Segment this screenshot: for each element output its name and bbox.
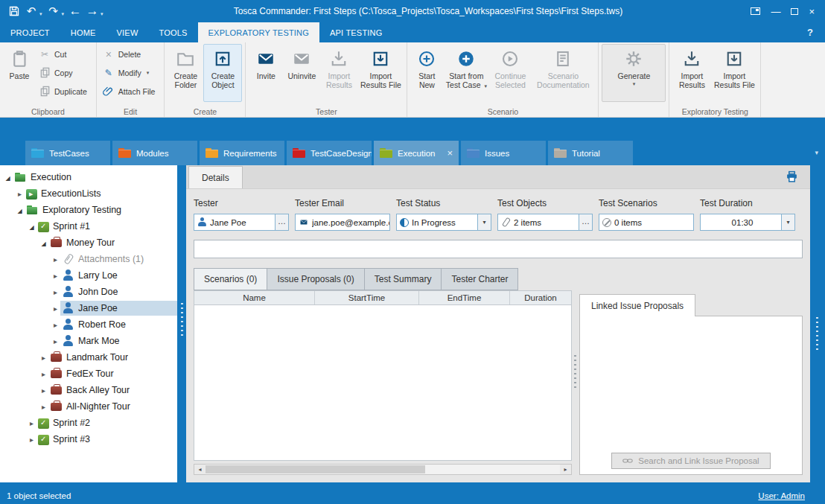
workspace-tab[interactable]: Modules ×	[112, 141, 197, 165]
tree-item[interactable]: Robert Roe	[0, 316, 177, 333]
tree-item[interactable]: Sprint #1	[0, 218, 177, 235]
test-scenarios-input[interactable]: 0 items	[599, 214, 694, 231]
tree-expander-icon[interactable]	[15, 188, 25, 199]
tree-item[interactable]: Sprint #3	[0, 431, 177, 447]
test-objects-input[interactable]: 2 items	[497, 214, 593, 231]
tester-email-input[interactable]: jane.poe@example.com	[295, 214, 390, 231]
print-icon[interactable]	[786, 170, 798, 185]
start-new-button[interactable]: Start New	[410, 44, 443, 102]
duplicate-button[interactable]: Duplicate	[36, 82, 93, 101]
test-duration-select[interactable]: 01:30	[700, 214, 795, 231]
back-icon[interactable]: ←	[67, 2, 83, 20]
column-header[interactable]: StartTime	[315, 291, 419, 304]
save-icon[interactable]	[6, 2, 22, 20]
history-dropdown-icon[interactable]: ▾	[101, 11, 103, 17]
tree-item[interactable]: FedEx Tour	[0, 366, 177, 382]
tree-item[interactable]: Money Tour	[0, 235, 177, 251]
tree-expander-icon[interactable]	[27, 221, 36, 232]
create-folder-button[interactable]: Create Folder	[168, 44, 203, 102]
cut-button[interactable]: ✂Cut	[36, 45, 93, 63]
ribbon-tab[interactable]: VIEW	[106, 22, 149, 42]
tree-expander-icon[interactable]	[51, 287, 60, 297]
test-duration-dropdown-button[interactable]	[781, 214, 794, 230]
tree-details-splitter[interactable]	[177, 165, 186, 482]
user-admin-link[interactable]: User: Admin	[758, 491, 818, 500]
tree-expander-icon[interactable]	[39, 385, 48, 395]
ribbon-tab[interactable]: API TESTING	[319, 22, 392, 42]
undo-icon[interactable]: ↶	[23, 2, 39, 20]
tree-item[interactable]: Mark Moe	[0, 333, 177, 349]
workspace-tab[interactable]: TestCases ×	[25, 141, 110, 165]
generate-button[interactable]: Generate ▾	[602, 44, 666, 102]
close-tab-icon[interactable]: ×	[447, 147, 453, 159]
splitter-grip-icon[interactable]	[816, 317, 818, 351]
tree-item[interactable]: Attachments (1)	[0, 251, 177, 267]
forward-icon[interactable]: →	[84, 2, 101, 20]
panes-splitter[interactable]	[572, 268, 579, 475]
undo-dropdown-icon[interactable]: ▾	[39, 11, 42, 17]
import-results-button[interactable]: Import Results	[320, 44, 357, 102]
start-from-test-case-button[interactable]: Start from Test Case ▾	[443, 44, 489, 102]
scroll-left-icon[interactable]: ◂	[194, 465, 206, 474]
minimize-icon[interactable]: —	[771, 6, 780, 17]
continue-selected-button[interactable]: Continue Selected	[489, 44, 531, 102]
tree-item[interactable]: ExecutionLists	[0, 185, 177, 202]
uninvite-button[interactable]: Uninvite	[283, 44, 320, 102]
redo-dropdown-icon[interactable]: ▾	[62, 11, 65, 17]
scenarios-subtab[interactable]: Tester Charter	[441, 268, 518, 290]
test-status-select[interactable]: In Progress	[396, 214, 491, 231]
scenarios-subtab[interactable]: Issue Proposals (0)	[267, 268, 363, 290]
scenarios-table-body[interactable]	[194, 305, 572, 461]
tree-expander-icon[interactable]	[27, 434, 36, 444]
tree-item[interactable]: Landmark Tour	[0, 349, 177, 366]
horizontal-scrollbar[interactable]: ◂ ▸	[194, 464, 572, 475]
et-import-results-file-button[interactable]: Import Results File	[711, 44, 757, 102]
help-button[interactable]: ?	[795, 22, 825, 42]
workspace-tab[interactable]: Requirements ×	[200, 141, 284, 165]
column-header[interactable]: Name	[194, 291, 315, 304]
import-results-file-button[interactable]: Import Results File	[357, 44, 404, 102]
copy-button[interactable]: Copy	[36, 63, 93, 82]
test-objects-browse-button[interactable]	[579, 214, 592, 230]
ribbon-tab[interactable]: EXPLORATORY TESTING	[198, 22, 319, 42]
tree-item[interactable]: All-Nighter Tour	[0, 398, 177, 415]
tree-expander-icon[interactable]	[51, 254, 60, 264]
maximize-icon[interactable]	[791, 8, 798, 15]
scenario-documentation-button[interactable]: Scenario Documentation	[531, 44, 595, 102]
redo-icon[interactable]: ↷	[45, 2, 62, 20]
invite-button[interactable]: Invite	[249, 44, 283, 102]
tree-expander-icon[interactable]	[51, 319, 60, 330]
column-header[interactable]: EndTime	[419, 291, 510, 304]
ribbon-tab[interactable]: HOME	[60, 22, 106, 42]
tree-item[interactable]: Back Alley Tour	[0, 382, 177, 398]
scenarios-subtab[interactable]: Scenarios (0)	[194, 268, 267, 290]
tree-item[interactable]: Sprint #2	[0, 415, 177, 431]
tree-expander-icon[interactable]	[15, 205, 25, 215]
tree-expander-icon[interactable]	[27, 418, 36, 428]
workspace-tab[interactable]: TestCaseDesign ×	[287, 141, 372, 165]
workspace-tab[interactable]: Tutorial ×	[548, 141, 633, 165]
tree-expander-icon[interactable]	[3, 172, 13, 182]
tree-item[interactable]: Exploratory Testing	[0, 202, 177, 218]
search-and-link-issue-proposal-button[interactable]: Search and Link Issue Proposal	[611, 453, 770, 469]
tree-item[interactable]: Jane Poe	[0, 300, 177, 316]
ribbon-tab[interactable]: PROJECT	[0, 22, 60, 42]
tree-expander-icon[interactable]	[39, 401, 48, 412]
scrollbar-thumb[interactable]	[206, 465, 425, 473]
ribbon-tab[interactable]: TOOLS	[148, 22, 197, 42]
test-status-dropdown-button[interactable]	[477, 214, 491, 230]
dock-window-icon[interactable]	[751, 7, 760, 15]
scrollbar-track[interactable]	[206, 465, 560, 474]
tree-expander-icon[interactable]	[39, 369, 48, 379]
tree-expander-icon[interactable]	[51, 303, 60, 313]
tree-item[interactable]: Execution	[0, 169, 177, 185]
tree-expander-icon[interactable]	[51, 336, 60, 346]
workspace-tab[interactable]: Execution ×	[374, 141, 459, 165]
tester-browse-button[interactable]	[275, 214, 288, 230]
scroll-right-icon[interactable]: ▸	[560, 465, 571, 474]
tab-list-dropdown-icon[interactable]: ▾	[815, 149, 818, 156]
tab-linked-issue-proposals[interactable]: Linked Issue Proposals	[579, 294, 695, 316]
tester-input[interactable]: Jane Poe	[194, 214, 289, 231]
tab-details[interactable]: Details	[188, 166, 243, 188]
notes-input[interactable]	[194, 240, 803, 258]
